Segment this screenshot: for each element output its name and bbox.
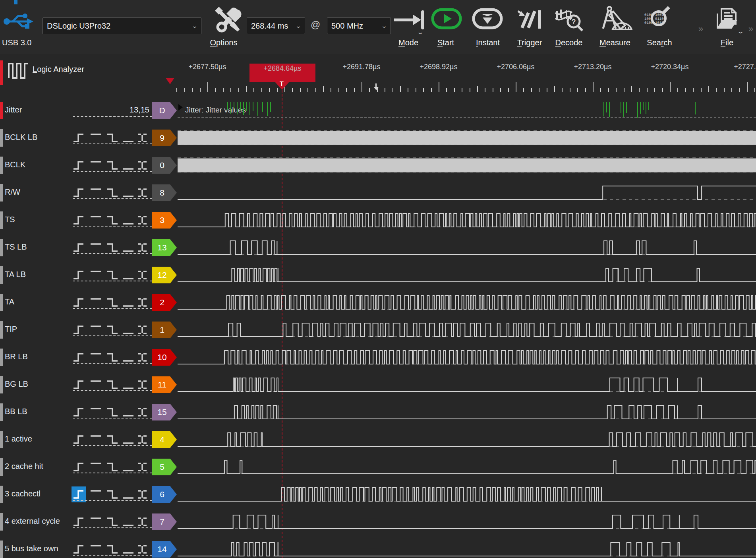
channel-name[interactable]: TS xyxy=(5,215,15,224)
divider xyxy=(73,308,152,309)
channel-row-bar xyxy=(0,184,3,202)
divider xyxy=(73,418,152,418)
waveform[interactable] xyxy=(178,541,756,558)
waveform[interactable] xyxy=(178,157,756,174)
channel-row-bar xyxy=(0,458,3,476)
channel-name[interactable]: BB LB xyxy=(5,407,27,416)
divider xyxy=(73,473,152,473)
channel-name[interactable]: TA xyxy=(5,297,14,306)
decoder-tag[interactable]: D xyxy=(152,102,177,119)
decoder-baseline xyxy=(178,117,756,118)
channel-tag[interactable]: 8 xyxy=(152,184,177,201)
channel-tag[interactable]: 11 xyxy=(152,376,177,393)
expand-icon[interactable] xyxy=(178,104,183,110)
channel-row-bar xyxy=(0,266,3,284)
waveform[interactable] xyxy=(178,294,756,311)
decoder-name: Jitter xyxy=(5,105,22,114)
waveform[interactable] xyxy=(178,458,756,476)
channel-tag[interactable]: 12 xyxy=(152,267,177,283)
channel-name[interactable]: 1 active xyxy=(5,434,32,444)
channel-row-bar xyxy=(0,349,3,366)
waveform[interactable] xyxy=(178,211,756,229)
divider xyxy=(73,363,152,364)
channel-row-bar xyxy=(0,541,3,558)
channel-row-bar xyxy=(0,321,3,339)
divider xyxy=(73,390,152,391)
waveform[interactable] xyxy=(178,266,756,284)
divider xyxy=(73,500,152,501)
channel-tag[interactable]: 9 xyxy=(152,130,177,146)
channel-name[interactable]: 3 cachectl xyxy=(5,489,41,498)
channel-name[interactable]: TIP xyxy=(5,325,17,334)
channel-row-bar xyxy=(0,239,3,256)
channel-tag[interactable]: 10 xyxy=(152,349,177,366)
channel-tag[interactable]: 3 xyxy=(152,212,177,229)
channel-row-bar xyxy=(0,403,3,421)
channel-row-bar xyxy=(0,129,3,147)
divider xyxy=(73,335,152,336)
channel-name[interactable]: TA LB xyxy=(5,270,26,279)
channel-tag[interactable]: 2 xyxy=(152,294,177,311)
channel-tag[interactable]: 14 xyxy=(152,541,177,558)
channel-row-bar xyxy=(0,431,3,448)
divider xyxy=(73,226,152,227)
divider xyxy=(73,281,152,281)
channel-row-bar xyxy=(0,211,3,229)
channel-tag[interactable]: 4 xyxy=(152,431,177,448)
divider xyxy=(73,171,152,172)
decoder-channels-value: 13,15 xyxy=(72,105,149,114)
waveform[interactable] xyxy=(178,129,756,147)
divider xyxy=(73,143,152,144)
channel-row-bar xyxy=(0,376,3,393)
waveform[interactable] xyxy=(178,486,756,503)
channel-name[interactable]: R/W xyxy=(5,188,20,197)
channel-name[interactable]: 4 external cycle xyxy=(5,517,60,526)
channel-name[interactable]: TS LB xyxy=(5,242,27,252)
divider xyxy=(73,527,152,528)
waveform[interactable] xyxy=(178,321,756,339)
channel-row-bar xyxy=(0,513,3,531)
channel-name[interactable]: 5 bus take own xyxy=(5,544,58,553)
channel-row-bar xyxy=(0,294,3,311)
channel-tag[interactable]: 6 xyxy=(152,486,177,503)
divider xyxy=(73,555,152,556)
dsview-app: { "toolbar": { "usb_label": "USB 3.0", "… xyxy=(0,0,756,558)
waveform[interactable] xyxy=(178,513,756,531)
waveform[interactable] xyxy=(178,431,756,448)
channel-tag[interactable]: 1 xyxy=(152,322,177,338)
channel-tag[interactable]: 0 xyxy=(152,157,177,174)
channel-tag[interactable]: 15 xyxy=(152,404,177,420)
waveform[interactable] xyxy=(178,376,756,393)
waveform[interactable] xyxy=(178,239,756,256)
channel-tag[interactable]: 13 xyxy=(152,239,177,256)
divider xyxy=(73,116,152,117)
channel-name[interactable]: BCLK xyxy=(5,160,25,169)
channel-tag[interactable]: 7 xyxy=(152,513,177,530)
waveform[interactable] xyxy=(178,349,756,366)
trace-area: Jitter13,15DJitter: Jitter valuesBCLK LB… xyxy=(0,0,756,558)
divider xyxy=(73,253,152,254)
waveform[interactable] xyxy=(178,184,756,202)
channel-tag[interactable]: 5 xyxy=(152,459,177,475)
channel-name[interactable]: BCLK LB xyxy=(5,133,37,142)
channel-name[interactable]: BR LB xyxy=(5,352,28,361)
divider xyxy=(73,445,152,446)
waveform[interactable] xyxy=(178,403,756,421)
channel-row-bar xyxy=(0,486,3,503)
channel-row-bar xyxy=(0,157,3,174)
channel-name[interactable]: BG LB xyxy=(5,380,28,389)
decoder-row-bar xyxy=(0,102,3,119)
divider xyxy=(73,198,152,199)
channel-name[interactable]: 2 cache hit xyxy=(5,462,43,471)
